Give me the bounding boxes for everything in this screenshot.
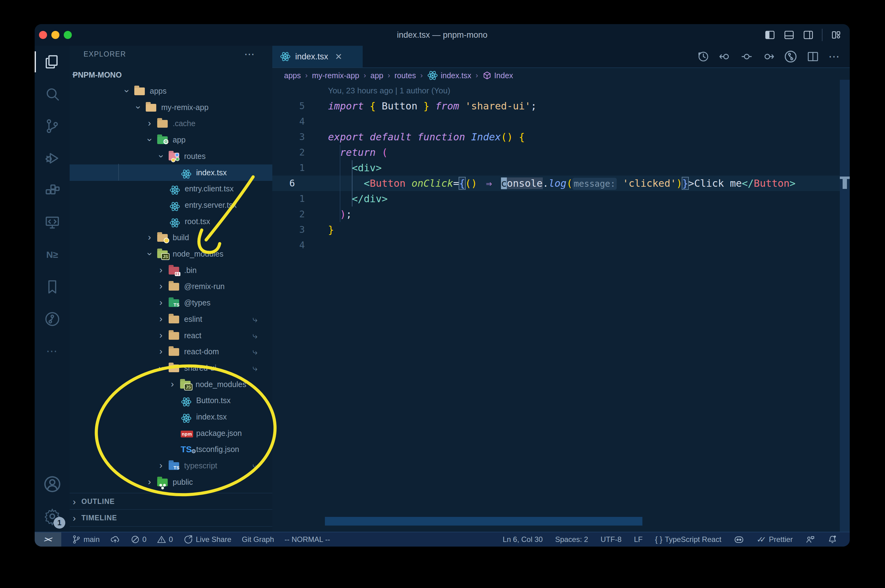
layout-customize-icon[interactable] bbox=[831, 29, 842, 40]
status-lf[interactable]: LF bbox=[634, 535, 643, 544]
tree-item-build[interactable]: ›build bbox=[70, 230, 272, 246]
tree-item-typescript[interactable]: ›TStypescript⤷ bbox=[70, 458, 272, 474]
layout-panel-icon[interactable] bbox=[784, 29, 795, 40]
status-0[interactable]: 0 bbox=[157, 535, 173, 544]
breadcrumb-item-my-remix-app[interactable]: my-remix-app bbox=[312, 71, 359, 80]
activity-account-icon[interactable] bbox=[35, 468, 70, 500]
activity-nx-console-icon[interactable]: N≥ bbox=[35, 238, 70, 271]
activity-source-control-icon[interactable] bbox=[35, 110, 70, 142]
status-0[interactable]: 0 bbox=[131, 535, 146, 544]
tree-item-node-modules[interactable]: ›JSnode_modules bbox=[70, 376, 272, 393]
tree-item-package-json[interactable]: npmpackage.json bbox=[70, 425, 272, 441]
tree-item--cache[interactable]: ›.cache bbox=[70, 115, 272, 132]
tree-item--types[interactable]: ›TS@types bbox=[70, 295, 272, 311]
breadcrumb-item-index-tsx[interactable]: index.tsx bbox=[427, 70, 471, 81]
tree-item--bin[interactable]: ›01.bin bbox=[70, 262, 272, 279]
tab-index-tsx[interactable]: index.tsx ✕ bbox=[272, 46, 363, 68]
layout-sidebar-left-icon[interactable] bbox=[764, 29, 775, 40]
gitlens-graph-icon[interactable] bbox=[784, 50, 798, 63]
breadcrumb-item-app[interactable]: app bbox=[370, 71, 384, 80]
change-next-icon[interactable] bbox=[762, 50, 775, 63]
explorer-sidebar: EXPLORER ⋯ › PNPM-MONO ›apps›my-remix-ap… bbox=[70, 46, 273, 532]
timeline-section[interactable]: › TIMELINE bbox=[70, 509, 272, 527]
screen: { "window": { "title": "index.tsx — pnpm… bbox=[0, 0, 885, 588]
tree-item--remix-run[interactable]: ›@remix-run bbox=[70, 278, 272, 295]
activity-more-icon[interactable]: ⋯ bbox=[35, 335, 70, 367]
tree-item-routes[interactable]: ›routes bbox=[70, 148, 272, 165]
more-icon[interactable]: ⋯ bbox=[828, 50, 840, 63]
status--normal-[interactable]: -- NORMAL -- bbox=[285, 535, 330, 544]
status-cloud-up[interactable] bbox=[110, 534, 120, 544]
breadcrumb-item-routes[interactable]: routes bbox=[394, 71, 416, 80]
outline-section[interactable]: › OUTLINE bbox=[70, 493, 272, 510]
change-icon[interactable] bbox=[741, 50, 753, 63]
vertical-scrollbar[interactable] bbox=[840, 80, 850, 532]
npm-icon: npm bbox=[181, 429, 192, 438]
close-tab-icon[interactable]: ✕ bbox=[335, 52, 342, 62]
sidebar-more-icon[interactable]: ⋯ bbox=[244, 48, 255, 60]
tree-item-index-tsx[interactable]: index.tsx bbox=[70, 409, 272, 425]
status-ln-6-col-30[interactable]: Ln 6, Col 30 bbox=[503, 535, 542, 544]
tree-item-tsconfig-json[interactable]: TStsconfig.json bbox=[70, 441, 272, 458]
change-prev-icon[interactable] bbox=[719, 50, 731, 63]
tree-item-eslint[interactable]: ›eslint⤷ bbox=[70, 311, 272, 327]
settings-badge: 1 bbox=[54, 517, 65, 529]
status-live-share[interactable]: Live Share bbox=[184, 534, 232, 544]
tree-item-shared-ui[interactable]: ›shared-ui⤷ bbox=[70, 360, 272, 376]
status-typescript-react[interactable]: { }TypeScript React bbox=[655, 535, 721, 544]
status-feedback[interactable] bbox=[805, 534, 815, 544]
tree-item-entry-client-tsx[interactable]: entry.client.tsx bbox=[70, 180, 272, 197]
dblcheck-icon: ✓✓ bbox=[757, 535, 766, 544]
tree-item-apps[interactable]: ›apps bbox=[70, 83, 272, 99]
activity-explorer-icon[interactable] bbox=[35, 46, 70, 78]
breadcrumb-separator: › bbox=[388, 71, 390, 80]
activity-extensions-icon[interactable] bbox=[35, 174, 70, 207]
tree-item-app[interactable]: ›⚙app bbox=[70, 132, 272, 148]
breadcrumb-item-apps[interactable]: apps bbox=[284, 71, 301, 80]
title-bar: index.tsx — pnpm-mono bbox=[35, 24, 850, 46]
tree-item-public[interactable]: ›public bbox=[70, 474, 272, 490]
horizontal-scrollbar[interactable] bbox=[325, 517, 643, 525]
code-line: } bbox=[328, 222, 334, 237]
activity-run-debug-icon[interactable] bbox=[35, 142, 70, 174]
line-number: 4 bbox=[278, 237, 305, 253]
tree-item-root-tsx[interactable]: root.tsx bbox=[70, 213, 272, 230]
tree-item-react-dom[interactable]: ›react-dom⤷ bbox=[70, 344, 272, 360]
chevron-right-icon: › bbox=[156, 262, 166, 279]
tree-root-pnpm-mono[interactable]: › PNPM-MONO bbox=[70, 67, 272, 83]
react-icon bbox=[169, 218, 181, 226]
tree-item-my-remix-app[interactable]: ›my-remix-app bbox=[70, 99, 272, 116]
status-main[interactable]: main bbox=[72, 535, 99, 544]
breadcrumb-item-index[interactable]: Index bbox=[482, 71, 513, 80]
split-editor-icon[interactable] bbox=[807, 50, 819, 63]
code-line: <Button onClick={() ⇒ console.log(messag… bbox=[328, 176, 796, 191]
activity-settings-icon[interactable]: 1 bbox=[35, 500, 70, 532]
status-utf-8[interactable]: UTF-8 bbox=[601, 535, 622, 544]
symlink-arrow-icon: ⤷ bbox=[253, 327, 257, 344]
status-prettier[interactable]: ✓✓Prettier bbox=[757, 535, 793, 544]
history-icon[interactable] bbox=[697, 50, 710, 63]
sidebar-title: EXPLORER bbox=[84, 50, 126, 58]
activity-remote-explorer-icon[interactable] bbox=[35, 207, 70, 238]
tree-item-node-modules[interactable]: ›JSnode_modules bbox=[70, 246, 272, 262]
tsconfig-icon: TS bbox=[181, 445, 192, 454]
code-line: </div> bbox=[328, 191, 388, 207]
tree-item-button-tsx[interactable]: Button.tsx bbox=[70, 392, 272, 409]
status-bell[interactable] bbox=[828, 534, 837, 544]
chevron-down-icon: › bbox=[66, 70, 83, 80]
tree-item-index-tsx[interactable]: index.tsx bbox=[70, 165, 272, 181]
remote-indicator[interactable]: >< bbox=[35, 532, 61, 547]
status-git-graph[interactable]: Git Graph bbox=[242, 535, 274, 544]
status-copilot[interactable] bbox=[734, 534, 744, 545]
chevron-down-icon: › bbox=[141, 135, 158, 145]
layout-sidebar-right-icon[interactable] bbox=[803, 29, 814, 40]
tree-item-entry-server-tsx[interactable]: entry.server.tsx bbox=[70, 197, 272, 213]
tree-item-react[interactable]: ›react⤷ bbox=[70, 327, 272, 344]
activity-bar: N≥⋯1 bbox=[35, 46, 70, 532]
react-icon bbox=[280, 51, 291, 62]
activity-search-icon[interactable] bbox=[35, 78, 70, 110]
code-area[interactable]: You, 23 hours ago | 1 author (You) 54321… bbox=[272, 84, 850, 532]
activity-gitlens-icon[interactable] bbox=[35, 303, 70, 335]
status-spaces-2[interactable]: Spaces: 2 bbox=[555, 535, 588, 544]
activity-bookmarks-icon[interactable] bbox=[35, 271, 70, 303]
